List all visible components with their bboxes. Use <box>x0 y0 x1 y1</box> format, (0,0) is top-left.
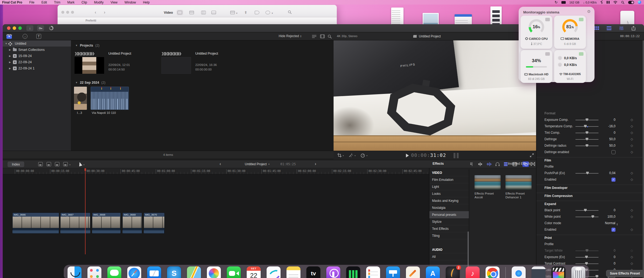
inspector-value[interactable]: 0 <box>594 208 615 212</box>
disclosure-triangle-icon[interactable]: ▼ <box>75 81 78 84</box>
audio-lanes-toggle-icon[interactable] <box>503 162 508 167</box>
keyframe-diamond-icon[interactable]: ◇ <box>631 249 633 252</box>
chevron-down-icon[interactable]: ▾ <box>366 154 367 157</box>
timeline-clip-img_3670[interactable]: IMG_3670 <box>144 213 165 234</box>
effects-category-video[interactable]: VIDEO <box>429 169 469 176</box>
show-media-browser-button[interactable]: ♪ <box>22 34 28 39</box>
chevron-down-icon[interactable]: ▾ <box>83 164 84 166</box>
timeline-clip-img_3668[interactable]: IMG_3668 <box>92 213 121 234</box>
finder-group-button[interactable] <box>230 11 235 14</box>
dock-final-cut-pro[interactable] <box>551 266 565 278</box>
retime-tool-button[interactable] <box>360 153 365 159</box>
slider-thumb[interactable] <box>586 249 588 252</box>
inspector-value[interactable]: 50,0 <box>594 144 615 147</box>
keyframe-diamond-icon[interactable]: ◇ <box>631 150 633 154</box>
save-effects-preset-button[interactable]: Save Effects Preset <box>606 270 644 277</box>
inspector-value[interactable]: 0,04 <box>594 171 615 175</box>
menu-item-window[interactable]: Window <box>125 1 136 4</box>
refresh-icon[interactable]: ↻ <box>555 0 558 4</box>
dock-reminders[interactable] <box>366 266 380 278</box>
inspector-value[interactable]: 0 <box>594 262 615 265</box>
sidebar-item-smart-collections[interactable]: ▶Smart Collections <box>3 47 71 53</box>
slider-thumb[interactable] <box>592 215 594 218</box>
chevron-down-icon[interactable]: ▾ <box>355 154 356 157</box>
finder-tag-icon[interactable] <box>255 11 259 14</box>
effects-filter-dropdown[interactable]: Installed Effects ▴▾ <box>508 162 533 166</box>
effects-category-audio[interactable]: AUDIO <box>429 246 469 253</box>
show-titles-button[interactable]: T <box>36 34 42 39</box>
slider-thumb[interactable] <box>584 125 587 128</box>
dock-apple-tv[interactable] <box>306 266 320 278</box>
control-center-icon[interactable] <box>628 1 634 4</box>
inspector-value[interactable]: 0 <box>594 255 615 259</box>
slider-thumb[interactable] <box>586 138 588 140</box>
dock-launchpad[interactable] <box>87 266 101 278</box>
insert-edit-button[interactable] <box>47 162 51 166</box>
share-button[interactable] <box>630 26 637 31</box>
inspector-value[interactable]: 50,0 <box>594 137 615 141</box>
finder-window[interactable]: ‹ › Video ▾ ⬆ ▾ Preferiti <box>58 5 337 25</box>
keyframe-diamond-icon[interactable]: ◇ <box>631 255 633 259</box>
keyframe-diamond-icon[interactable]: ◇ <box>631 144 633 147</box>
crop-tool-button[interactable] <box>337 153 342 159</box>
inspector-value[interactable]: 0 <box>594 249 615 252</box>
spotlight-icon[interactable] <box>621 1 624 4</box>
effects-category-stylize[interactable]: Stylize <box>429 218 469 225</box>
disk-space-text[interactable]: 162 GB <box>569 1 579 4</box>
dock-skype[interactable] <box>167 266 181 278</box>
append-edit-button[interactable] <box>55 162 59 166</box>
keyframe-diamond-icon[interactable]: ◇ <box>631 131 633 135</box>
keyboard-brightness-icon[interactable] <box>607 1 610 4</box>
network-rate-text[interactable]: ↓ 0,0 KB/s <box>583 1 597 4</box>
connect-edit-button[interactable] <box>38 162 43 166</box>
bluetooth-icon[interactable] <box>600 1 603 4</box>
disclosure-triangle-icon[interactable]: ▶ <box>9 61 11 64</box>
sidebar-item-15-09-24[interactable]: ▶★15-09-24 <box>3 53 71 59</box>
chevron-down-icon[interactable]: ▾ <box>69 164 70 166</box>
dock-garageband[interactable]: 2 <box>446 266 460 278</box>
project-thumbnail[interactable] <box>161 57 191 74</box>
background-tasks-indicator[interactable] <box>49 26 54 30</box>
chevron-down-icon[interactable]: ▾ <box>343 154 344 157</box>
keyframe-diamond-icon[interactable]: ◇ <box>631 171 633 175</box>
import-media-button[interactable]: ↓ <box>26 25 33 31</box>
zoom-button[interactable] <box>18 26 22 30</box>
effects-category-personal-presets[interactable]: Personal presets <box>429 211 469 218</box>
previous-project-button[interactable]: ‹ <box>220 161 221 167</box>
sidebar-item-22-09-24-1[interactable]: ▶★22-09-24 1 <box>3 65 71 71</box>
slider-thumb[interactable] <box>585 262 588 265</box>
dropdown-select[interactable]: Normal▴▾ <box>588 221 618 226</box>
dock-window-preview-2[interactable] <box>532 266 546 278</box>
search-icon[interactable] <box>328 34 332 40</box>
timeline-clip-img_3667[interactable]: IMG_3667 <box>60 213 90 234</box>
dock-keynote[interactable] <box>386 266 400 278</box>
disclosure-triangle-icon[interactable]: ▶ <box>9 48 11 51</box>
overwrite-edit-button[interactable] <box>63 162 68 166</box>
filmstrip-view-button[interactable] <box>320 34 325 39</box>
dock-trash[interactable] <box>571 266 585 278</box>
keyframe-diamond-icon[interactable]: ◇ <box>631 262 633 265</box>
dock-chrome[interactable] <box>486 266 500 278</box>
fullscreen-icon[interactable] <box>530 153 534 158</box>
menu-item-modify[interactable]: Modify <box>94 1 104 4</box>
finder-gallery-view-button[interactable] <box>211 11 216 14</box>
inspector-value[interactable]: 0 <box>594 131 615 135</box>
inspector-toggle-button[interactable] <box>618 26 625 31</box>
effect-preset[interactable]: Effects Preset Dehancer 1 <box>505 175 535 199</box>
finder-zoom-button[interactable] <box>71 11 74 14</box>
keyframe-diamond-icon[interactable]: ◇ <box>631 208 633 212</box>
timeline-ruler[interactable]: 00:00:00:0000:00:15:0000:00:30:0000:00:4… <box>3 168 429 174</box>
slider-thumb[interactable] <box>586 144 588 147</box>
finder-back-button[interactable]: ‹ <box>95 10 96 15</box>
viewer-timecode[interactable]: 00:00:31:02 <box>411 152 446 158</box>
effects-category-light[interactable]: Light <box>429 183 469 190</box>
projects-group-header[interactable]: ▼ Projects(2) <box>75 44 100 47</box>
play-button[interactable] <box>406 154 409 159</box>
slider-thumb[interactable] <box>586 131 588 134</box>
timeline-toggle-button[interactable] <box>606 26 613 31</box>
timeline-tracks[interactable]: IMG_3666IMG_3667IMG_3668IMG_3669IMG_3670 <box>3 174 429 278</box>
scrollbar-track[interactable] <box>643 40 644 278</box>
keyframe-diamond-icon[interactable]: ◇ <box>631 228 633 231</box>
keyframe-diamond-icon[interactable]: ◇ <box>631 178 633 181</box>
inspector-value[interactable]: 0 <box>594 118 615 122</box>
